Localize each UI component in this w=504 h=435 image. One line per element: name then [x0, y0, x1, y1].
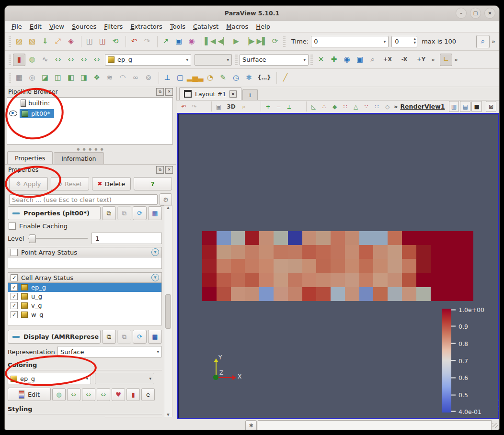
select-cells-polygon-button[interactable]: △: [351, 101, 361, 112]
last-frame-button[interactable]: ▶▌: [256, 35, 268, 48]
reset-camera-button[interactable]: ✕: [315, 54, 327, 66]
menu-item[interactable]: Filters: [100, 22, 126, 32]
pipeline-browser-header[interactable]: Pipeline Browser ⧉ ✕: [5, 87, 176, 97]
next-frame-button[interactable]: ▕▶: [243, 35, 255, 48]
rescale-to-data-range-button[interactable]: ⇔: [67, 388, 80, 401]
close-view-button[interactable]: ⊠: [486, 101, 496, 112]
contour-filter-button[interactable]: ◎: [26, 72, 38, 84]
plot-over-line-button[interactable]: ⊥: [161, 72, 173, 84]
ruler-button[interactable]: ╱: [279, 72, 291, 84]
menu-item[interactable]: Help: [252, 22, 274, 32]
toolbar-separator[interactable]: [157, 72, 159, 84]
undo-button[interactable]: ↶: [128, 35, 140, 48]
use-separate-color-map-button[interactable]: ∿: [39, 54, 51, 66]
panel-close-button[interactable]: ✕: [165, 88, 173, 96]
toolbar-separator[interactable]: [200, 36, 202, 47]
zoom-closest-to-data-button[interactable]: ▣: [354, 54, 366, 66]
load-state-button[interactable]: ⤢: [52, 35, 64, 48]
menu-item[interactable]: File: [8, 22, 26, 32]
plot-selection-over-time-button[interactable]: ◔: [204, 72, 217, 84]
properties-header[interactable]: Properties ⧉ ✕: [5, 165, 176, 175]
level-input[interactable]: 1: [92, 233, 162, 244]
cell-array-item[interactable]: u_g: [8, 292, 161, 301]
reset-camera-closest-button[interactable]: ◉: [341, 54, 353, 66]
extract-subset-filter-button[interactable]: ◨: [78, 72, 90, 84]
array-checkbox[interactable]: [11, 284, 18, 291]
menu-item[interactable]: Catalyst: [189, 22, 222, 32]
capture-screenshot-button[interactable]: ▣: [214, 101, 224, 112]
toggle-color-legend-button[interactable]: ▮: [13, 54, 25, 66]
spinbox-arrows-icon[interactable]: ▲▼: [414, 37, 416, 45]
menu-item[interactable]: Sources: [68, 22, 100, 32]
programmable-filter-button[interactable]: ✎: [217, 72, 229, 84]
array-checkbox[interactable]: [11, 302, 18, 309]
point-array-status-header[interactable]: Point Array Status ▼: [8, 247, 162, 257]
array-checkbox[interactable]: [11, 311, 18, 318]
grow-selection-button[interactable]: ±: [284, 101, 294, 112]
split-horizontal-button[interactable]: ▥: [449, 101, 459, 112]
group-datasets-filter-button[interactable]: ∞: [129, 72, 142, 84]
set-view-minus-x-button[interactable]: -X: [396, 54, 412, 66]
window-resize-grip[interactable]: [493, 423, 498, 428]
panel-splitter[interactable]: ● ● ● ● ●: [5, 147, 176, 151]
save-data-button[interactable]: ⇓: [39, 35, 51, 48]
toolbar-separator[interactable]: [201, 101, 212, 112]
menu-item[interactable]: Macros: [222, 22, 252, 32]
properties-section-header[interactable]: Properties (plt00*): [8, 206, 101, 220]
frame-spinbox[interactable]: 0 ▲▼: [391, 36, 417, 47]
reset-display-button[interactable]: ⟳: [133, 330, 147, 344]
expand-circle-icon[interactable]: ▼: [151, 248, 159, 256]
rescale-to-visible-range-button[interactable]: ⇔: [91, 54, 103, 66]
redo-button[interactable]: ↷: [141, 35, 153, 48]
coloring-component-combo[interactable]: ▾: [95, 373, 154, 384]
camera-orientation-toggle-button[interactable]: ∟: [440, 54, 452, 66]
render-view[interactable]: Y X Z 1.0e+00 0.9: [177, 113, 499, 419]
maximize-button[interactable]: □: [470, 8, 481, 19]
minimize-button[interactable]: –: [456, 8, 467, 19]
edit-color-map-button[interactable]: ◍: [26, 54, 38, 66]
use-separate-colormap-button[interactable]: ◍: [52, 388, 66, 401]
loop-button[interactable]: ⟳: [269, 35, 281, 48]
zoom-to-box-button[interactable]: ⌕: [239, 101, 249, 112]
split-vertical-button[interactable]: ▤: [460, 101, 470, 112]
hover-cells-button[interactable]: ◇: [382, 101, 392, 112]
coloring-array-combo[interactable]: ep_g ▾: [8, 373, 91, 384]
rescale-to-temporal-range-button[interactable]: ⇔: [78, 54, 90, 66]
threshold-filter-button[interactable]: ◧: [65, 72, 77, 84]
auto-apply-button[interactable]: ▣: [172, 35, 185, 48]
toggle-2d3d-button[interactable]: 3D: [224, 101, 238, 112]
color-palette-button[interactable]: ◉: [185, 35, 198, 48]
edit-color-map-button[interactable]: Edit: [8, 388, 51, 401]
reset-button[interactable]: ⊘ Reset: [51, 177, 90, 190]
copy-display-button[interactable]: ⧉: [102, 330, 116, 344]
toolbar-overflow-chevron[interactable]: »: [453, 56, 459, 63]
expand-circle-icon[interactable]: ▼: [151, 274, 159, 281]
stream-tracer-filter-button[interactable]: ≋: [103, 72, 116, 84]
select-cells-on-button[interactable]: ◺: [309, 101, 319, 112]
open-file-button[interactable]: ▨: [13, 35, 25, 48]
new-layout-tab-button[interactable]: +: [242, 89, 258, 100]
menu-item[interactable]: Extractors: [126, 22, 166, 32]
extract-level-filter-button[interactable]: ⊚: [142, 72, 155, 84]
menu-item[interactable]: Tools: [166, 22, 189, 32]
camera-redo-button[interactable]: ↷: [189, 101, 199, 112]
render-view-name[interactable]: RenderView1: [400, 103, 445, 110]
tab-layout-1[interactable]: Layout #1 ✕: [179, 87, 241, 100]
plot-data-over-time-button[interactable]: ◷: [230, 72, 242, 84]
color-legend[interactable]: 1.0e+00 0.9 0.8 0.7: [442, 309, 499, 413]
color-component-combo[interactable]: ▾: [195, 54, 232, 66]
temporal-interpolator-button[interactable]: ✱: [243, 72, 255, 84]
play-button[interactable]: ▶: [230, 35, 242, 48]
close-button[interactable]: ✕: [484, 8, 495, 19]
toolbar-separator[interactable]: [155, 36, 158, 47]
zoom-to-data-button[interactable]: ✚: [328, 54, 340, 66]
toolbar-separator[interactable]: [124, 36, 126, 47]
menu-item[interactable]: View: [46, 22, 68, 32]
warp-by-vector-filter-button[interactable]: ◠: [116, 72, 129, 84]
cell-array-item[interactable]: w_g: [8, 310, 161, 319]
view-overflow-chevron[interactable]: »: [392, 103, 399, 110]
toolbar-separator[interactable]: [79, 36, 81, 47]
set-view-plus-y-button[interactable]: +Y: [413, 54, 429, 66]
help-button[interactable]: ?: [134, 177, 172, 190]
select-cells-through-button[interactable]: ◆: [330, 101, 340, 112]
